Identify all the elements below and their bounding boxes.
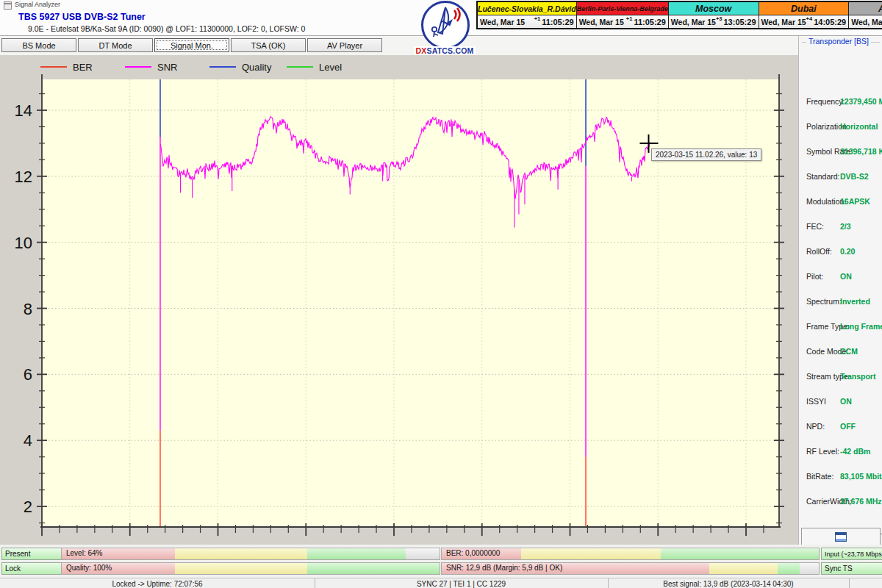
mode-tabs: BS ModeDT ModeSignal Mon.TSA (OK)AV Play… <box>1 38 384 52</box>
satellite-dish-icon <box>423 3 463 43</box>
input-rate-indicator: Input (~23,78 Mbps) <box>821 548 882 560</box>
bar-segment-green <box>778 563 800 574</box>
transponder-row-value: 16APSK <box>840 197 870 206</box>
bar-segment-green <box>307 563 440 574</box>
bar-segment-gray <box>406 548 440 559</box>
window-layers-icon <box>835 532 847 542</box>
transponder-row: NPD:OFF <box>802 422 882 432</box>
transponder-row: RF Level:-42 dBm <box>802 447 882 457</box>
transponder-row: Stream type:Transport <box>802 372 882 382</box>
transponder-row: Standard:DVB-S2 <box>802 172 882 182</box>
svg-text:4: 4 <box>24 431 32 450</box>
transponder-row-label: Standard: <box>806 172 840 181</box>
ber-progressbar: BER: 0,0000000 <box>441 548 820 560</box>
sidebar-window-button[interactable] <box>801 528 881 545</box>
statusbar-section: SYNC 27 | TEI 1 | CC 1229 <box>315 578 609 588</box>
svg-text:14: 14 <box>15 101 32 120</box>
level-progressbar: Level: 64% <box>61 548 440 560</box>
svg-text:10: 10 <box>15 234 32 252</box>
transponder-row-label: BitRate: <box>806 472 833 481</box>
transponder-row-value: 2/3 <box>840 222 851 231</box>
bar-label: SNR: 12,9 dB (Margin: 5,9 dB | OK) <box>446 564 562 572</box>
transponder-row-label: RollOff: <box>806 247 832 256</box>
transponder-row-value: CCM <box>840 347 858 356</box>
clock-city: Berlin-Paris-Vienna-Belgrade <box>577 2 668 15</box>
transponder-row-value: 83,105 Mbit/s <box>840 472 882 481</box>
world-clocks: Lučenec-Slovakia_R.DávidWed, Mar 15+111:… <box>476 1 882 29</box>
transponder-row: Frequency:12379,450 MHz <box>802 97 882 107</box>
legend-label: Quality <box>242 62 271 73</box>
lock-indicator: Lock <box>1 562 63 575</box>
clock-dubai: DubaiWed, Mar 15+414:05:29 <box>759 2 850 28</box>
transponder-row: Frame Type:Long Frame <box>802 322 882 332</box>
tab-dt-mode[interactable]: DT Mode <box>78 38 153 52</box>
transponder-row: ISSYION <box>802 397 882 407</box>
transponder-row-value: Inverted <box>840 297 870 306</box>
transponder-row-value: Transport <box>840 372 875 381</box>
svg-text:6: 6 <box>24 365 32 384</box>
signal-chart[interactable]: 2468101214 <box>0 55 798 545</box>
transponder-row-label: Pilot: <box>806 272 823 281</box>
transponder-row-value: 12379,450 MHz <box>840 97 882 106</box>
status-bars-area: Present Lock Level: 64% Quality: 100% BE… <box>0 545 882 578</box>
transponder-row-label: RF Level: <box>806 447 839 456</box>
tuner-title: TBS 5927 USB DVB-S2 Tuner <box>18 12 146 22</box>
bar-segment-yellow <box>175 548 307 559</box>
transponder-row: Polarization:Horizontal <box>802 122 882 132</box>
tuner-subtitle: 9.0E - Eutelsat 9B/Ka-Sat 9A (ID: 0090) … <box>28 24 305 33</box>
clock-time: Wed, Mar 15+313:05:29 <box>669 15 759 28</box>
transponder-row-value: DVB-S2 <box>840 172 869 181</box>
clock-city: Moscow <box>669 2 759 15</box>
snr-progressbar: SNR: 12,9 dB (Margin: 5,9 dB | OK) <box>441 562 820 575</box>
transponder-row: FEC:2/3 <box>802 222 882 232</box>
transponder-row: Code Mode:CCM <box>802 347 882 357</box>
tab-signal-mon-[interactable]: Signal Mon. <box>154 38 229 52</box>
svg-text:8: 8 <box>24 300 32 318</box>
transponder-row-value: ON <box>840 272 852 281</box>
quality-progressbar: Quality: 100% <box>61 562 440 575</box>
legend-line-icon <box>287 66 313 68</box>
transponder-row: RollOff:0.20 <box>802 247 882 257</box>
bar-label: Quality: 100% <box>66 564 112 572</box>
clock-city: Athens <box>849 2 882 15</box>
clock-city: Dubai <box>759 2 849 15</box>
transponder-row-value: -42 dBm <box>840 447 870 456</box>
transponder-groupbox: Transponder [BS] Frequency:12379,450 MHz… <box>802 42 880 556</box>
transponder-group-title: Transponder [BS] <box>806 37 871 46</box>
transponder-row-label: Spectrum: <box>806 297 842 306</box>
bar-segment-gray <box>800 563 819 574</box>
tab-bs-mode[interactable]: BS Mode <box>1 38 76 52</box>
transponder-row-value: 0.20 <box>840 247 855 256</box>
bar-segment-yellow <box>709 563 777 574</box>
clock-lu-enec-slovakia-r-d-vid: Lučenec-Slovakia_R.DávidWed, Mar 15+111:… <box>478 2 577 28</box>
clock-time: Wed, Mar 15+111:05:29 <box>478 15 576 28</box>
bar-label: BER: 0,0000000 <box>446 549 500 557</box>
legend-item-snr: SNR <box>125 60 177 74</box>
bar-segment-green <box>661 548 819 559</box>
transponder-sidebar: Transponder [BS] Frequency:12379,450 MHz… <box>798 36 882 545</box>
clock-athens: AthensWed, Mar 15+212:05:29 <box>849 2 882 28</box>
legend-line-icon <box>125 66 151 68</box>
legend-item-level: Level <box>287 60 342 74</box>
chart-legend: BERSNRQualityLevel <box>0 60 798 74</box>
clock-time: Wed, Mar 15+111:05:29 <box>577 15 668 28</box>
legend-item-quality: Quality <box>209 60 271 74</box>
legend-label: Level <box>319 62 342 73</box>
tab-av-player[interactable]: AV Player <box>307 38 382 52</box>
transponder-row: BitRate:83,105 Mbit/s <box>802 472 882 482</box>
transponder-row-label: FEC: <box>806 222 824 231</box>
transponder-row-label: ISSYI <box>806 397 826 406</box>
statusbar-section: Locked -> Uptime: 72:07:56 <box>0 578 315 588</box>
bar-segment-yellow <box>175 563 307 574</box>
transponder-row-value: ON <box>840 397 852 406</box>
window-title: Signal Analyzer <box>15 1 60 8</box>
chart-tooltip: 2023-03-15 11.02.26, value: 13 <box>651 148 761 161</box>
tab-tsa-ok-[interactable]: TSA (OK) <box>231 38 306 52</box>
clock-moscow: MoscowWed, Mar 15+313:05:29 <box>669 2 759 28</box>
bar-segment-yellow <box>521 548 661 559</box>
clock-city: Lučenec-Slovakia_R.Dávid <box>478 2 576 15</box>
legend-label: SNR <box>157 62 177 73</box>
present-indicator: Present <box>1 548 63 560</box>
svg-text:2: 2 <box>24 498 32 516</box>
svg-text:12: 12 <box>15 168 32 186</box>
